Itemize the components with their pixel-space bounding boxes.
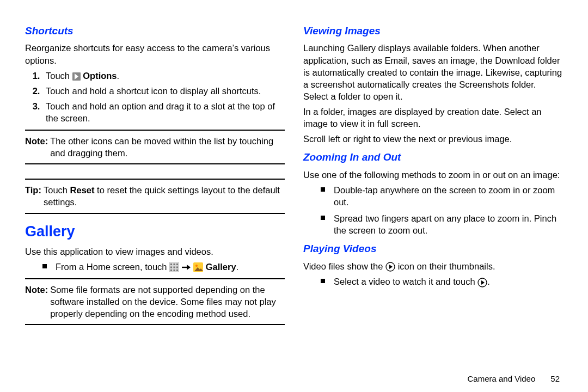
play-intro-post: icon on their thumbnails. <box>395 261 495 271</box>
svg-rect-5 <box>170 267 172 268</box>
viewing-p3: Scroll left or right to view the next or… <box>303 133 563 145</box>
viewing-p2: In a folder, images are displayed by cre… <box>303 106 563 130</box>
svg-point-13 <box>195 265 198 267</box>
divider <box>25 163 285 164</box>
play-bullet-1: Select a video to watch it and touch . <box>321 275 563 287</box>
tip-reset-label: Reset <box>70 185 95 195</box>
gb1-bold: Gallery <box>206 262 236 272</box>
svg-rect-7 <box>176 267 178 268</box>
step1-pre: Touch <box>46 71 72 81</box>
gallery-bullet-1: From a Home screen, touch <box>42 261 285 273</box>
zoom-bullets: Double-tap anywhere on the screen to zoo… <box>303 184 563 236</box>
svg-rect-6 <box>174 267 175 268</box>
page-footer: Camera and Video52 <box>468 374 560 383</box>
play-intro: Video files show the icon on their thumb… <box>303 260 563 272</box>
gb1-pre: From a Home screen, touch <box>56 262 169 272</box>
play-bullets: Select a video to watch it and touch . <box>303 275 563 287</box>
gallery-app-icon <box>193 262 203 272</box>
gallery-note-block: Note: Some file formats are not supporte… <box>25 284 285 320</box>
gb1-post: . <box>236 262 239 272</box>
svg-rect-2 <box>170 264 172 265</box>
svg-rect-8 <box>170 270 172 271</box>
step-3: Touch and hold an option and drag it to … <box>42 100 285 124</box>
divider <box>25 130 285 131</box>
heading-gallery: Gallery <box>25 222 285 241</box>
step-2: Touch and hold a shortcut icon to displa… <box>42 85 285 97</box>
gallery-note-body: Some file formats are not supported depe… <box>50 284 285 320</box>
heading-playing-videos: Playing Videos <box>303 242 563 255</box>
svg-rect-9 <box>174 270 175 271</box>
apps-grid-icon <box>169 262 179 272</box>
note-label: Note: <box>25 135 50 159</box>
zoom-intro: Use one of the following methods to zoom… <box>303 169 563 181</box>
svg-rect-10 <box>176 270 178 271</box>
step-1: Touch Options. <box>42 70 285 82</box>
pb1-post: . <box>487 277 490 286</box>
shortcuts-intro: Reorganize shortcuts for easy access to … <box>25 42 285 66</box>
footer-section: Camera and Video <box>468 374 536 383</box>
step1-post: . <box>117 71 120 81</box>
pb1-pre: Select a video to watch it and touch <box>334 277 477 286</box>
shortcuts-steps: Touch Options. Touch and hold a shortcut… <box>25 70 285 124</box>
arrow-right-icon <box>181 264 191 271</box>
divider <box>25 213 285 214</box>
viewing-p1: Launching Gallery displays available fol… <box>303 42 563 102</box>
tip-body: Touch Reset to reset the quick settings … <box>44 184 285 208</box>
heading-zooming: Zooming In and Out <box>303 150 563 164</box>
zoom-bullet-1: Double-tap anywhere on the screen to zoo… <box>321 184 563 208</box>
step1-options-label: Options <box>83 71 117 81</box>
divider <box>25 278 285 279</box>
gallery-intro: Use this application to view images and … <box>25 246 285 258</box>
play-circle-icon <box>477 278 487 287</box>
divider <box>25 324 285 325</box>
note-body: The other icons can be moved within the … <box>50 135 285 159</box>
tip-block: Tip: Touch Reset to reset the quick sett… <box>25 184 285 208</box>
play-circle-icon <box>385 262 395 272</box>
tip-label: Tip: <box>25 184 44 208</box>
footer-page-number: 52 <box>550 374 560 383</box>
chevron-right-icon <box>72 72 81 81</box>
zoom-bullet-2: Spread two fingers apart on any place to… <box>321 212 563 236</box>
svg-rect-4 <box>176 264 178 265</box>
svg-rect-3 <box>174 264 175 265</box>
tip-pre: Touch <box>44 185 70 195</box>
play-intro-pre: Video files show the <box>303 261 385 271</box>
gallery-bullets: From a Home screen, touch <box>25 261 285 273</box>
heading-shortcuts: Shortcuts <box>25 24 285 38</box>
divider <box>25 179 285 180</box>
gallery-note-label: Note: <box>25 284 50 320</box>
note-block: Note: The other icons can be moved withi… <box>25 135 285 159</box>
heading-viewing-images: Viewing Images <box>303 24 563 38</box>
